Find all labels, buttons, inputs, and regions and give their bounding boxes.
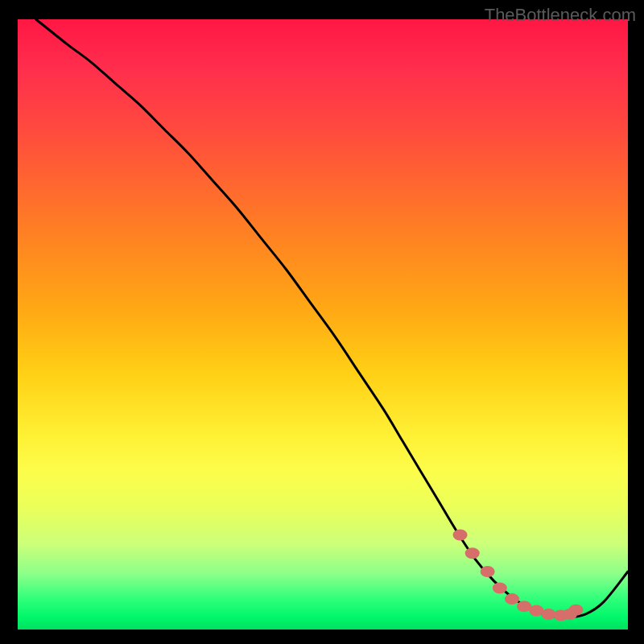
marker-dots-group: [453, 530, 584, 621]
chart-plot-area: [18, 19, 628, 630]
marker-dot: [541, 609, 555, 620]
marker-dot: [465, 547, 480, 559]
marker-dot: [505, 593, 519, 605]
marker-dot: [569, 605, 584, 616]
marker-dot: [453, 530, 468, 541]
chart-svg: [18, 19, 628, 630]
watermark-text: TheBottleneck.com: [485, 5, 636, 26]
marker-dot: [481, 566, 495, 577]
curve-line: [36, 19, 628, 617]
marker-dot: [493, 582, 507, 593]
